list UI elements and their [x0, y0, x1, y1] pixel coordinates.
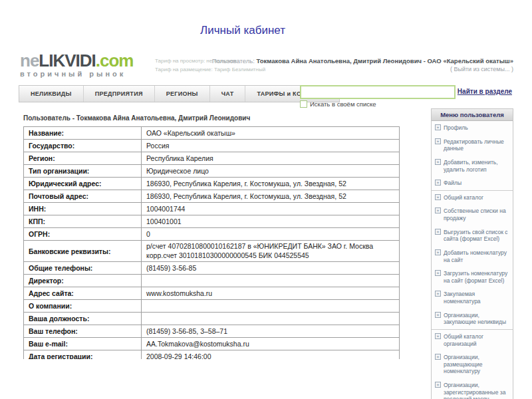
row-label: ОГРН: — [24, 228, 142, 241]
row-value: Россия — [142, 140, 400, 152]
table-row: Ваш e-mail:AA.Tokmakova@kostomuksha.ru — [24, 338, 400, 350]
sidebar-item-edit-personal-data[interactable]: »Редактировать личные данные — [432, 135, 513, 156]
row-label: Адрес сайта: — [24, 287, 142, 300]
row-value: 186930, Республика Карелия, г. Костомукш… — [142, 190, 400, 203]
table-row: Адрес сайта:www.kostomuksha.ru — [24, 287, 400, 300]
app-container: neLIKVIDI.com вторичный рынок Тариф на п… — [19, 52, 513, 399]
row-label: Регион: — [24, 152, 142, 165]
sidebar-item-own-sale-lists[interactable]: »Собственные списки на продажу — [432, 204, 513, 225]
row-value: Республика Карелия — [142, 152, 400, 165]
menu-bullet-icon: » — [435, 249, 441, 255]
row-value: ОАО «Карельский окатыш» — [142, 127, 400, 140]
row-value: 2008-09-29 14:46:00 — [142, 350, 400, 359]
table-row: ИНН:1004001744 — [24, 203, 400, 215]
sidebar-item-orgs-placing-nomenclature[interactable]: »Организации, размещающие номенклатуру — [432, 350, 513, 378]
sidebar-item-buying-orgs[interactable]: »Организации, закупающие неликвиды — [432, 309, 513, 330]
header: neLIKVIDI.com вторичный рынок Тариф на п… — [19, 52, 513, 85]
own-list-checkbox[interactable] — [300, 100, 307, 108]
sidebar-item-label: Организации, зарегистрированные за после… — [444, 382, 509, 399]
table-row: Юридический адрес:186930, Республика Кар… — [24, 178, 400, 190]
sidebar-item-purchased-nomenclature[interactable]: »Закупаемая номенклатура — [432, 287, 513, 308]
table-row: Регион:Республика Карелия — [24, 152, 400, 165]
table-row: Директор: — [24, 275, 400, 287]
sidebar-item-upload-nomenclature-excel[interactable]: »Загрузить номенклатуру на сайт (формат … — [432, 267, 513, 287]
sidebar-item-add-nomenclature[interactable]: »Добавить номенклатуру на сайт — [432, 246, 513, 267]
menu-bullet-icon: » — [435, 312, 441, 318]
main-nav: НЕЛИКВИДЫ ПРЕДПРИЯТИЯ РЕГИОНЫ ЧАТ ТАРИФЫ… — [19, 85, 340, 102]
sidebar-item-label: Организации, размещающие номенклатуру — [444, 354, 509, 375]
user-menu-list: »Профиль »Редактировать личные данные »Д… — [432, 121, 513, 399]
sidebar-item-profile[interactable]: »Профиль — [432, 121, 513, 135]
logo-prefix: ne — [20, 51, 39, 70]
bank-details-line-1: р/счет 40702810800010162187 в «ЮНИКРЕДИТ… — [146, 242, 394, 251]
nav-item-regiony[interactable]: РЕГИОНЫ — [155, 86, 210, 102]
search-input[interactable] — [300, 85, 456, 99]
site-logo[interactable]: neLIKVIDI.com вторичный рынок — [20, 52, 133, 78]
sidebar-item-label: Добавить номенклатуру на сайт — [444, 249, 509, 263]
logout-link[interactable]: ( Выйти из системы... ) — [212, 66, 513, 72]
row-value — [142, 275, 400, 287]
table-row: Ваша должность: — [24, 313, 400, 325]
menu-bullet-icon: » — [435, 207, 441, 213]
nav-item-chat[interactable]: ЧАТ — [210, 86, 246, 102]
menu-bullet-icon: » — [435, 194, 441, 200]
table-row: Название:ОАО «Карельский окатыш» — [24, 127, 400, 140]
sidebar-item-label: Файлы — [444, 180, 462, 187]
sidebar-item-label: Загрузить номенклатуру на сайт (формат E… — [444, 270, 509, 284]
row-value: www.kostomuksha.ru — [142, 287, 400, 300]
table-row: О компании: — [24, 300, 400, 313]
table-row: КПП:100401001 — [24, 215, 400, 228]
row-value: Юридическое лицо — [142, 165, 400, 178]
table-row: Общие телефоны:(81459) 3-56-85 — [24, 262, 400, 275]
menu-bullet-icon: » — [435, 333, 441, 339]
own-list-checkbox-label[interactable]: Искать в своём списке — [310, 100, 376, 108]
row-label: Ваш телефон: — [24, 325, 142, 338]
sidebar-item-logo-manage[interactable]: »Добавить, изменить, удалить логотип — [432, 156, 513, 176]
logo-tld: .com — [96, 51, 134, 70]
table-row: ОГРН:0 — [24, 228, 400, 241]
sidebar-item-label: Добавить, изменить, удалить логотип — [444, 159, 509, 173]
sidebar-item-label: Выгрузить свой список с сайта (формат Ex… — [444, 229, 509, 243]
table-row: Ваш телефон:(81459) 3-56-85, 3–58–71 — [24, 325, 400, 338]
sidebar-item-label: Общий каталог организаций — [444, 333, 509, 347]
row-label: Тип организации: — [24, 165, 142, 178]
logo-name: LIKVIDI — [39, 51, 95, 70]
menu-bullet-icon: » — [435, 124, 441, 130]
table-row: Банковские реквизиты: р/счет 40702810800… — [24, 241, 400, 262]
row-label: Государство: — [24, 140, 142, 152]
bank-details-line-2: корр.счет 30101810300000000545 БИК 04452… — [146, 251, 394, 261]
find-in-section-link[interactable]: Найти в разделе — [458, 88, 512, 95]
nav-item-nelikvidy[interactable]: НЕЛИКВИДЫ — [19, 86, 84, 102]
sidebar-item-common-catalog[interactable]: »Общий каталог — [432, 191, 513, 205]
sidebar-item-orgs-catalog[interactable]: »Общий каталог организаций — [432, 330, 513, 350]
row-label: Банковские реквизиты: — [24, 241, 142, 262]
profile-table: Название:ОАО «Карельский окатыш» Государ… — [23, 126, 400, 359]
row-label: Ваша должность: — [24, 313, 142, 325]
row-value: 0 — [142, 228, 400, 241]
row-value: 1004001744 — [142, 203, 400, 215]
menu-bullet-icon: » — [435, 270, 441, 276]
table-row: Дата регистрации:2008-09-29 14:46:00 — [24, 350, 400, 359]
sidebar-item-files[interactable]: »Файлы — [432, 176, 513, 191]
sidebar-item-orgs-registered-last-month[interactable]: »Организации, зарегистрированные за посл… — [432, 378, 513, 399]
sidebar-item-label: Общий каталог — [444, 194, 483, 201]
row-label: Ваш e-mail: — [24, 338, 142, 350]
row-value: AA.Tokmakova@kostomuksha.ru — [142, 338, 400, 350]
user-info-value: Токмакова Айна Анатольевна, Дмитрий Леон… — [257, 57, 513, 65]
search-scope-row: Искать в своём списке — [300, 100, 376, 108]
row-label: Общие телефоны: — [24, 262, 142, 275]
row-value: 100401001 — [142, 215, 400, 228]
row-label: ИНН: — [24, 203, 142, 215]
profile-table-container: Название:ОАО «Карельский окатыш» Государ… — [23, 126, 400, 359]
row-label: Дата регистрации: — [24, 350, 142, 359]
row-value — [142, 313, 400, 325]
sidebar-item-export-list-excel[interactable]: »Выгрузить свой список с сайта (формат E… — [432, 225, 513, 246]
logo-tagline: вторичный рынок — [20, 70, 133, 78]
sidebar-item-label: Профиль — [444, 124, 468, 132]
table-row: Почтовый адрес:186930, Республика Карели… — [24, 190, 400, 203]
nav-item-predpriyatiya[interactable]: ПРЕДПРИЯТИЯ — [84, 86, 155, 102]
user-info-label: Пользователь: — [212, 57, 255, 65]
user-menu-sidebar: Меню пользователя »Профиль »Редактироват… — [431, 108, 513, 399]
row-label: О компании: — [24, 300, 142, 313]
row-value — [142, 300, 400, 313]
